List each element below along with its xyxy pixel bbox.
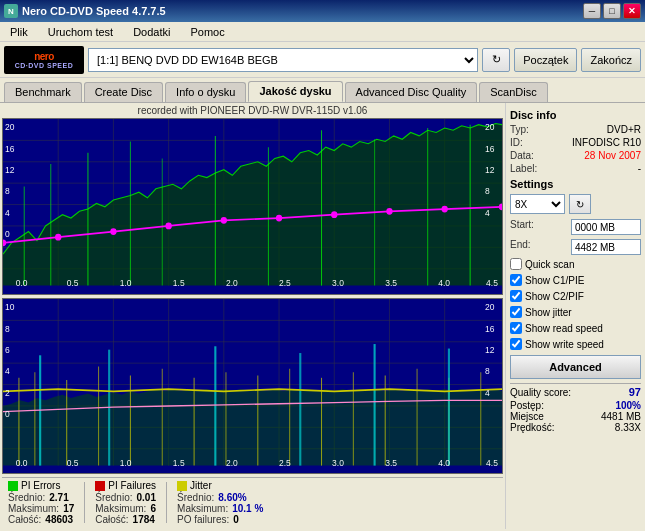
quick-scan-checkbox[interactable] [510,258,522,270]
svg-text:1.5: 1.5 [173,457,185,467]
svg-text:8: 8 [485,366,490,376]
jitter-avg-label: Średnio: [177,492,214,503]
titlebar-title: Nero CD-DVD Speed 4.7.7.5 [22,5,166,17]
right-panel: Disc info Typ: DVD+R ID: INFODISC R10 Da… [505,103,645,529]
end-button[interactable]: Zakończ [581,48,641,72]
svg-text:3.0: 3.0 [332,457,344,467]
quick-scan-label: Quick scan [525,259,574,270]
svg-text:0.0: 0.0 [16,277,28,287]
label-value: - [638,163,641,174]
end-input[interactable] [571,239,641,255]
jitter-po-val: 0 [233,514,239,525]
svg-point-32 [276,215,282,222]
pi-errors-stats: PI Errors Średnio: 2.71 Maksimum: 17 Cał… [8,480,74,525]
jitter-max-label: Maksimum: [177,503,228,514]
id-value: INFODISC R10 [572,137,641,148]
show-read-checkbox[interactable] [510,322,522,334]
data-value: 28 Nov 2007 [584,150,641,161]
svg-text:0: 0 [5,229,10,239]
jitter-legend-label: Jitter [190,480,212,491]
menu-dodatki[interactable]: Dodatki [127,25,176,39]
refresh-button[interactable]: ↻ [482,48,510,72]
tab-create-disc[interactable]: Create Disc [84,82,163,102]
svg-text:8: 8 [5,323,10,333]
pi-fail-total-label: Całość: [95,514,128,525]
main-content: recorded with PIONEER DVD-RW DVR-115D v1… [0,102,645,529]
svg-text:2.5: 2.5 [279,277,291,287]
pi-failures-chart: 10 8 6 4 2 0 20 16 12 8 4 0.0 0.5 1.0 1.… [2,298,503,475]
close-button[interactable]: ✕ [623,3,641,19]
tab-jakosc-dysku[interactable]: Jakość dysku [248,81,342,102]
show-c2pif-checkbox[interactable] [510,290,522,302]
svg-point-31 [221,217,227,224]
jitter-avg-val: 8.60% [218,492,246,503]
svg-point-35 [441,206,447,213]
id-label: ID: [510,137,523,148]
nero-logo-top: nero [34,51,54,62]
disc-info-title: Disc info [510,109,641,121]
pi-errors-max-val: 17 [63,503,74,514]
svg-text:8: 8 [485,186,490,196]
predkosc-label: Prędkość: [510,422,554,433]
svg-text:4: 4 [5,366,10,376]
menu-uruchom[interactable]: Uruchom test [42,25,119,39]
tab-benchmark[interactable]: Benchmark [4,82,82,102]
charts-area: recorded with PIONEER DVD-RW DVR-115D v1… [0,103,505,529]
menubar: Plik Uruchom test Dodatki Pomoc [0,22,645,42]
svg-text:16: 16 [485,323,495,333]
svg-point-34 [386,208,392,215]
postep-label: Postęp: [510,400,544,411]
svg-text:4: 4 [485,387,490,397]
pi-errors-max-label: Maksimum: [8,503,59,514]
quality-row: Quality score: 97 [510,383,641,398]
svg-text:1.0: 1.0 [120,277,132,287]
pi-fail-avg-val: 0.01 [137,492,156,503]
nero-logo-bottom: CD·DVD SPEED [15,62,74,69]
menu-plik[interactable]: Plik [4,25,34,39]
tab-scandisc[interactable]: ScanDisc [479,82,547,102]
show-write-checkbox[interactable] [510,338,522,350]
svg-text:4.5: 4.5 [486,457,498,467]
speed-refresh-button[interactable]: ↻ [569,194,591,214]
show-c1pie-checkbox[interactable] [510,274,522,286]
tab-advanced-disc-quality[interactable]: Advanced Disc Quality [345,82,478,102]
jitter-max-val: 10.1 % [232,503,263,514]
drive-select[interactable]: [1:1] BENQ DVD DD EW164B BEGB [88,48,478,72]
svg-text:2.5: 2.5 [279,457,291,467]
svg-text:4.5: 4.5 [486,277,498,287]
speed-select[interactable]: 8X [510,194,565,214]
pi-fail-max-val: 6 [150,503,156,514]
minimize-button[interactable]: ─ [583,3,601,19]
show-c1pie-row: Show C1/PIE [510,274,641,286]
svg-text:2.0: 2.0 [226,277,238,287]
advanced-button[interactable]: Advanced [510,355,641,379]
svg-text:12: 12 [485,344,495,354]
svg-text:8: 8 [5,186,10,196]
pi-errors-avg-val: 2.71 [49,492,68,503]
maximize-button[interactable]: □ [603,3,621,19]
show-jitter-checkbox[interactable] [510,306,522,318]
svg-text:2: 2 [5,387,10,397]
show-read-row: Show read speed [510,322,641,334]
menu-pomoc[interactable]: Pomoc [184,25,230,39]
svg-text:4: 4 [485,208,490,218]
show-read-label: Show read speed [525,323,603,334]
svg-text:3.5: 3.5 [385,457,397,467]
show-c2pif-row: Show C2/PIF [510,290,641,302]
pi-errors-total-label: Całość: [8,514,41,525]
start-input[interactable] [571,219,641,235]
svg-point-28 [55,234,61,241]
svg-text:0: 0 [5,408,10,418]
start-label: Start: [510,219,534,235]
svg-text:10: 10 [5,302,15,312]
start-button[interactable]: Początek [514,48,577,72]
chart-title: recorded with PIONEER DVD-RW DVR-115D v1… [2,105,503,116]
svg-text:20: 20 [485,122,495,132]
svg-text:4: 4 [5,208,10,218]
miejsce-label: Miejsce [510,411,544,422]
pi-errors-legend-color [8,481,18,491]
pi-failures-stats: PI Failures Średnio: 0.01 Maksimum: 6 Ca… [95,480,156,525]
svg-text:20: 20 [5,122,15,132]
typ-label: Typ: [510,124,529,135]
tab-info-o-dysku[interactable]: Info o dysku [165,82,246,102]
